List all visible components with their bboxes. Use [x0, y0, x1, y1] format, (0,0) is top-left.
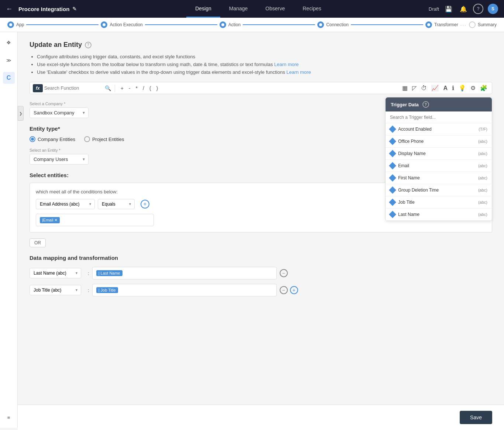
step-circle-app [7, 21, 14, 28]
mapping-field-select-last-name[interactable]: Last Name (abc) [30, 268, 81, 278]
trigger-item-group-deletion[interactable]: Group Deletion Time (abc) [386, 184, 492, 196]
op-close-paren[interactable]: ) [155, 85, 160, 92]
toolbar-text-icon[interactable]: A [442, 84, 449, 92]
back-button[interactable]: ← [6, 5, 13, 13]
step-dots: ··· [460, 22, 467, 28]
trigger-panel-help-icon[interactable]: ? [422, 101, 429, 108]
mapping-minus-last-name[interactable]: − [280, 269, 288, 277]
step-connection[interactable]: Connection [317, 21, 349, 28]
user-avatar[interactable]: S [488, 4, 498, 14]
mapping-value-last-name[interactable]: | Last Name [92, 267, 277, 279]
radio-company-entities[interactable]: Company Entities [30, 136, 75, 142]
step-transformer[interactable]: Transformer [425, 21, 458, 28]
trigger-item-name: Account Enabled [398, 127, 476, 132]
trigger-item-name: Group Deletion Time [398, 188, 475, 193]
op-multiply[interactable]: * [134, 85, 139, 92]
trigger-item-first-name[interactable]: First Name (abc) [386, 172, 492, 184]
step-action-execution[interactable]: Action Execution [101, 21, 142, 28]
toolbar-grid-icon[interactable]: ▦ [401, 84, 409, 92]
trigger-search-input[interactable] [390, 115, 487, 120]
mapping-tag-job-title-text: | Job Title [99, 288, 116, 292]
toolbar-puzzle-icon[interactable]: 🧩 [479, 84, 489, 92]
toolbar-diagonal-icon[interactable]: ◸ [411, 84, 418, 92]
or-button[interactable]: OR [30, 238, 46, 247]
entity-select[interactable]: Company Users [30, 154, 89, 165]
op-open-paren[interactable]: ( [148, 85, 153, 92]
step-line-1 [26, 24, 99, 25]
sidebar-c-icon[interactable]: C [3, 72, 15, 84]
fx-button[interactable]: fx [33, 84, 43, 92]
step-label-action: Action [228, 22, 241, 27]
toolbar-settings-icon[interactable]: ⚙ [469, 84, 477, 92]
step-app[interactable]: App [7, 21, 24, 28]
trigger-item-name: Email [398, 163, 475, 168]
trigger-item-type: (abc) [478, 176, 487, 180]
search-function-icon[interactable]: 🔍 [105, 85, 111, 91]
mapping-minus-job-title[interactable]: − [280, 286, 288, 294]
step-circle-connection [317, 21, 324, 28]
op-minus[interactable]: - [127, 85, 132, 92]
condition-value-tag-text: |Email [42, 218, 53, 222]
company-select[interactable]: Sandbox Company [30, 107, 89, 118]
tab-design[interactable]: Design [186, 0, 220, 18]
op-divide[interactable]: / [141, 85, 146, 92]
condition-op-select[interactable]: Equals [98, 199, 135, 209]
toolbar-bulb-icon[interactable]: 💡 [457, 84, 467, 92]
step-action[interactable]: Action [220, 21, 241, 28]
formula-toolbar: fx 🔍 + - * / ( ) ▦ ◸ ⏱ 📈 A ℹ 💡 ⚙ 🧩 [30, 82, 492, 94]
mapping-value-job-title[interactable]: | Job Title [92, 284, 277, 296]
tab-observe[interactable]: Observe [256, 0, 294, 18]
mapping-field-label-job-title: Job Title (abc) ▼ [30, 285, 85, 295]
edit-title-icon[interactable]: ✎ [72, 6, 77, 12]
trigger-item-type: (abc) [478, 151, 487, 156]
trigger-item-name: Display Name [398, 151, 475, 156]
save-button[interactable]: Save [460, 411, 492, 424]
help-icon[interactable]: ? [473, 4, 483, 14]
page-title-area: Update an Entity ? [30, 41, 492, 49]
sidebar-chevron-icon[interactable]: ≫ [3, 54, 15, 66]
learn-more-1[interactable]: Learn more [274, 62, 298, 67]
radio-project-label: Project Entities [92, 137, 124, 142]
step-summary[interactable]: Summary [469, 21, 497, 28]
mapping-field-select-job-title[interactable]: Job Title (abc) [30, 285, 81, 295]
radio-project-entities[interactable]: Project Entities [84, 136, 124, 142]
trigger-item-display-name[interactable]: Display Name (abc) [386, 148, 492, 160]
toolbar-separator-1 [115, 85, 115, 92]
mapping-actions-job-title: − + [280, 286, 298, 294]
toolbar-info-icon[interactable]: ℹ [451, 84, 456, 92]
trigger-item-last-name[interactable]: Last Name (abc) [386, 209, 492, 221]
page-help-icon[interactable]: ? [85, 42, 92, 48]
sidebar-move-icon[interactable]: ✥ [3, 37, 15, 48]
trigger-item-job-title[interactable]: Job Title (abc) [386, 196, 492, 209]
trigger-search-area [386, 111, 492, 123]
search-function-input[interactable] [44, 85, 103, 91]
condition-value-tag-remove[interactable]: ✕ [54, 218, 58, 223]
bell-icon[interactable]: 🔔 [458, 4, 469, 14]
save-icon[interactable]: 💾 [443, 4, 454, 14]
sidebar-list-icon[interactable]: ≡ [3, 412, 15, 423]
toolbar-chart-icon[interactable]: 📈 [430, 84, 440, 92]
left-collapse-button[interactable]: ❯ [18, 106, 24, 121]
tab-manage[interactable]: Manage [220, 0, 257, 18]
radio-project-circle [84, 136, 90, 142]
add-condition-button[interactable]: + [141, 200, 149, 209]
trigger-diamond-icon [389, 162, 396, 169]
toolbar-clock-icon[interactable]: ⏱ [420, 84, 428, 92]
mapping-field-select-wrapper-last-name: Last Name (abc) ▼ [30, 268, 81, 278]
nav-tabs: Design Manage Observe Recipes [141, 0, 375, 18]
info-list: Configure attributes using trigger data,… [30, 53, 492, 76]
mapping-plus-job-title[interactable]: + [290, 286, 298, 294]
trigger-item-email[interactable]: Email (abc) [386, 160, 492, 172]
data-mapping-section: Data mapping and transformation Last Nam… [30, 255, 492, 296]
mapping-field-select-wrapper-job-title: Job Title (abc) ▼ [30, 285, 81, 295]
trigger-diamond-icon [389, 150, 396, 157]
condition-value-field[interactable]: |Email ✕ [36, 214, 154, 226]
learn-more-2[interactable]: Learn more [286, 69, 311, 75]
op-plus[interactable]: + [119, 85, 125, 92]
mapping-colon-1: : [88, 271, 89, 276]
trigger-item-account-enabled[interactable]: Account Enabled (T/F) [386, 123, 492, 135]
trigger-item-type: (T/F) [479, 127, 487, 131]
trigger-item-office-phone[interactable]: Office Phone (abc) [386, 135, 492, 148]
condition-field-select[interactable]: Email Address (abc) [36, 199, 95, 209]
tab-recipes[interactable]: Recipes [294, 0, 330, 18]
